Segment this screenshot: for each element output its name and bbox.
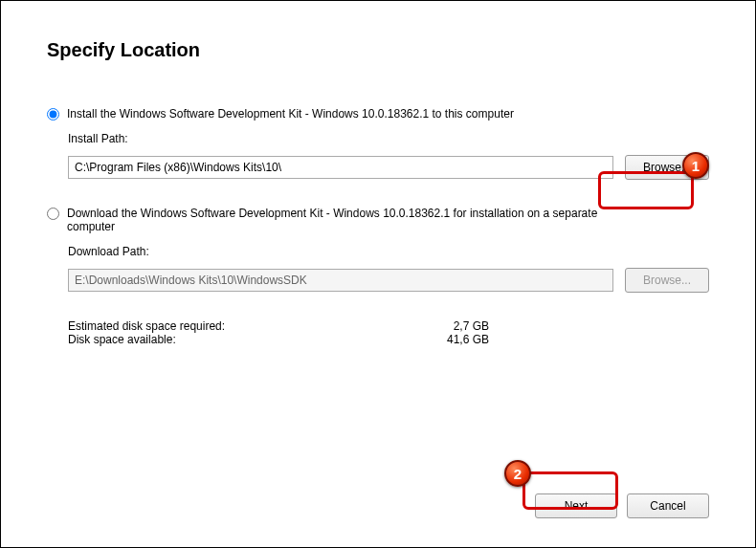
- option-install[interactable]: Install the Windows Software Development…: [47, 107, 709, 121]
- install-browse-button[interactable]: Browse...: [625, 155, 709, 180]
- radio-download-label: Download the Windows Software Developmen…: [67, 207, 641, 233]
- disk-info: Estimated disk space required: 2,7 GB Di…: [68, 319, 709, 346]
- cancel-button[interactable]: Cancel: [627, 493, 709, 518]
- radio-install[interactable]: [47, 108, 59, 121]
- install-path-input[interactable]: [68, 156, 613, 179]
- disk-available-value: 41,6 GB: [393, 333, 489, 346]
- option-download[interactable]: Download the Windows Software Developmen…: [47, 207, 709, 233]
- download-path-input: [68, 269, 613, 292]
- disk-required-value: 2,7 GB: [393, 319, 489, 333]
- install-path-label: Install Path:: [68, 132, 709, 145]
- disk-available-label: Disk space available:: [68, 333, 393, 346]
- page-title: Specify Location: [47, 39, 709, 61]
- radio-install-label: Install the Windows Software Development…: [67, 107, 514, 121]
- next-button[interactable]: Next: [535, 493, 617, 518]
- download-browse-button: Browse...: [625, 268, 709, 293]
- radio-download[interactable]: [47, 208, 59, 220]
- download-path-label: Download Path:: [68, 245, 709, 258]
- marker-2: 2: [504, 460, 531, 487]
- disk-required-label: Estimated disk space required:: [68, 319, 393, 333]
